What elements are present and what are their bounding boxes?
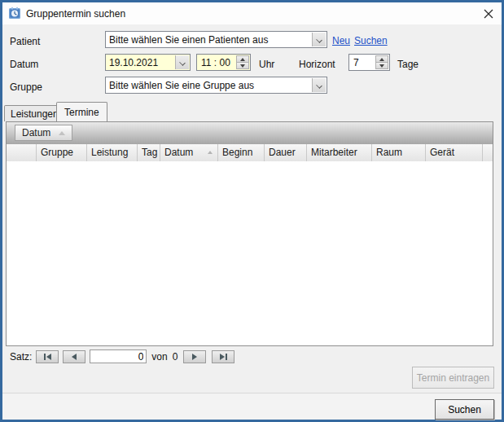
gruppe-dropdown-button[interactable]	[312, 78, 326, 92]
column-header-label: Leistung	[91, 147, 128, 158]
suchen-button[interactable]: Suchen	[435, 399, 494, 420]
von-label: von	[151, 351, 167, 363]
column-header-label: Raum	[376, 147, 402, 158]
arrow-up-icon	[379, 58, 384, 61]
termin-eintragen-button[interactable]: Termin eintragen	[412, 367, 494, 389]
column-header-beginn[interactable]: Beginn	[218, 144, 265, 161]
column-header-label: Tag	[142, 147, 157, 158]
column-header-label: Datum	[164, 147, 193, 158]
gruppe-combobox[interactable]: Bitte wählen Sie eine Gruppe aus	[105, 77, 327, 94]
bottom-button-strip: Suchen	[2, 393, 502, 420]
horizont-value: 7	[353, 57, 359, 68]
horizont-spin-down-button[interactable]	[375, 63, 388, 69]
satz-label: Satz:	[10, 351, 32, 363]
nav-prev-button[interactable]	[63, 350, 85, 363]
record-navigator: Satz: von 0	[2, 349, 502, 364]
grid-body-empty	[7, 161, 493, 345]
chevron-down-icon	[179, 59, 186, 66]
nav-next-button[interactable]	[183, 350, 206, 363]
column-header-datum[interactable]: Datum	[160, 144, 218, 161]
gruppentermin-suchen-dialog: Gruppentermin suchen Patient Bitte wähle…	[0, 0, 504, 422]
arrow-right-icon	[220, 354, 225, 360]
termine-grid: Datum GruppeLeistungTagDatumBeginnDauerM…	[6, 121, 493, 346]
column-header-filler	[483, 144, 493, 161]
patient-label: Patient	[10, 36, 40, 47]
chevron-down-icon	[316, 82, 322, 89]
datum-label: Datum	[10, 59, 38, 70]
calendar-clock-icon	[8, 7, 21, 20]
column-header-label: Mitarbeiter	[311, 147, 357, 158]
dialog-title: Gruppentermin suchen	[26, 8, 125, 20]
uhr-label: Uhr	[259, 59, 274, 70]
groupby-datum-button[interactable]: Datum	[15, 125, 72, 141]
arrow-right-icon	[192, 354, 197, 360]
date-picker[interactable]: 19.10.2021	[105, 54, 191, 71]
nav-first-button[interactable]	[36, 350, 59, 363]
date-dropdown-button[interactable]	[175, 55, 189, 69]
column-header-raum[interactable]: Raum	[372, 144, 426, 161]
close-icon[interactable]	[482, 7, 495, 20]
tage-label: Tage	[397, 59, 419, 70]
patient-search-link[interactable]: Suchen	[354, 35, 388, 46]
time-spinner[interactable]: 11 : 00	[196, 54, 251, 71]
column-header-dauer[interactable]: Dauer	[265, 144, 307, 161]
time-spin-down-button[interactable]	[236, 63, 249, 69]
horizont-spin-up-button[interactable]	[375, 55, 388, 63]
column-header-label: Beginn	[222, 147, 252, 158]
column-header-gruppe[interactable]: Gruppe	[37, 144, 87, 161]
gruppe-label: Gruppe	[10, 81, 42, 93]
column-header-leistung[interactable]: Leistung	[87, 144, 138, 161]
nav-last-button[interactable]	[212, 350, 234, 363]
column-header-label: Gerät	[430, 147, 454, 158]
column-header-gert[interactable]: Gerät	[426, 144, 483, 161]
column-header-tag[interactable]: Tag	[138, 144, 160, 161]
sort-asc-icon	[59, 131, 65, 135]
column-header-label: Gruppe	[41, 147, 73, 158]
time-value: 11 : 00	[201, 57, 230, 68]
grid-header-row: GruppeLeistungTagDatumBeginnDauerMitarbe…	[7, 144, 493, 161]
groupby-label: Datum	[22, 127, 50, 138]
total-records: 0	[173, 351, 178, 363]
arrow-down-icon	[240, 64, 245, 68]
patient-new-link[interactable]: Neu	[332, 35, 350, 46]
chevron-down-icon	[316, 37, 322, 43]
horizont-label: Horizont	[299, 59, 335, 70]
last-record-icon	[226, 354, 227, 360]
arrow-down-icon	[379, 64, 384, 68]
date-picker-value: 19.10.2021	[109, 57, 158, 68]
arrow-left-icon	[72, 354, 77, 360]
gruppe-combobox-value: Bitte wählen Sie eine Gruppe aus	[109, 80, 254, 91]
tab-termine[interactable]: Termine	[56, 102, 107, 121]
first-record-icon	[44, 354, 46, 360]
column-header-rowindicator[interactable]	[7, 144, 37, 161]
time-spin-up-button[interactable]	[236, 55, 249, 63]
column-header-label: Dauer	[269, 147, 296, 158]
patient-combobox-value: Bitte wählen Sie einen Patienten aus	[109, 34, 268, 46]
arrow-up-icon	[240, 58, 245, 61]
column-header-mitarbeiter[interactable]: Mitarbeiter	[307, 144, 372, 161]
patient-combobox[interactable]: Bitte wählen Sie einen Patienten aus	[105, 31, 327, 48]
patient-dropdown-button[interactable]	[312, 33, 326, 46]
record-number-input[interactable]	[90, 349, 147, 363]
title-bar: Gruppentermin suchen	[2, 2, 502, 24]
arrow-left-icon	[46, 354, 51, 360]
horizont-spinner[interactable]: 7	[348, 54, 390, 71]
sort-asc-icon	[208, 151, 213, 154]
grid-groupby-bar: Datum	[7, 122, 493, 144]
